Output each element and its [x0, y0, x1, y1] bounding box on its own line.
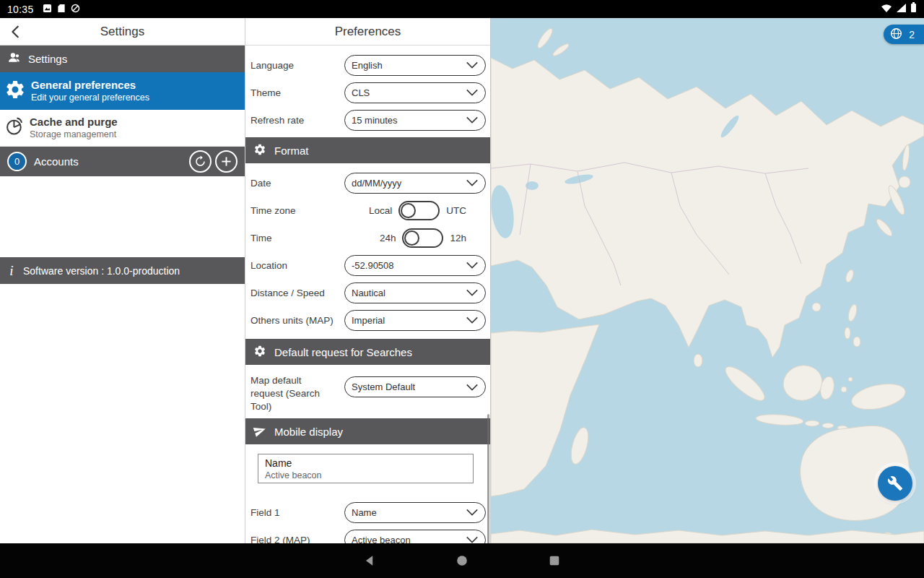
settings-header: Settings [0, 18, 245, 46]
settings-panel: Settings Settings General preferences Ed… [0, 18, 245, 543]
others-units-label: Others units (MAP) [250, 315, 336, 326]
chevron-down-icon [466, 261, 479, 269]
add-account-button[interactable] [215, 150, 237, 173]
time-right-option: 12h [450, 233, 466, 243]
pref-row-language: Language English [250, 51, 486, 79]
wrench-icon [887, 475, 903, 491]
location-label: Location [250, 260, 290, 271]
accounts-bar: 0 Accounts [0, 147, 245, 176]
menu-item-subtitle: Storage management [30, 129, 118, 140]
preview-title: Name [265, 457, 466, 470]
format-section-label: Format [274, 144, 309, 157]
field1-select[interactable]: Name [344, 502, 486, 523]
format-section-bar: Format [245, 137, 490, 163]
globe-icon [890, 27, 902, 42]
default-request-section-label: Default request for Searches [274, 346, 412, 358]
time-format-toggle[interactable] [402, 228, 443, 248]
theme-select[interactable]: CLS [344, 82, 486, 103]
refresh-accounts-button[interactable] [189, 150, 212, 173]
preferences-header: Preferences [245, 18, 490, 46]
time-label: Time [250, 233, 275, 243]
date-label: Date [250, 178, 274, 189]
distance-speed-select[interactable]: Nautical [344, 282, 486, 303]
preferences-title: Preferences [335, 25, 401, 39]
nav-recents-icon [547, 553, 562, 568]
chevron-down-icon [466, 535, 479, 543]
signal-icon [896, 3, 907, 16]
toggle-knob [404, 230, 419, 246]
accounts-label: Accounts [34, 155, 79, 168]
nav-recents-button[interactable] [546, 552, 563, 569]
gear-icon [253, 345, 266, 360]
send-icon [253, 424, 266, 439]
screenshot-icon [43, 3, 52, 16]
world-map[interactable] [491, 18, 924, 543]
pie-chart-icon [4, 116, 25, 139]
language-select[interactable]: English [344, 55, 486, 76]
android-nav-bar [0, 543, 924, 578]
others-units-select[interactable]: Imperial [344, 310, 486, 331]
status-time: 10:35 [7, 4, 34, 15]
nav-back-icon [362, 553, 377, 568]
map-default-request-select[interactable]: System Default [344, 376, 486, 397]
field2-select[interactable]: Active beacon [344, 530, 486, 544]
pref-row-field2: Field 2 (MAP) Active beacon [250, 526, 486, 543]
language-label: Language [250, 60, 297, 71]
field1-label: Field 1 [250, 507, 283, 518]
settings-section-bar: Settings [0, 46, 245, 72]
chevron-down-icon [466, 178, 479, 187]
pref-row-field1: Field 1 Name [250, 499, 486, 526]
settings-panel-spacer [0, 176, 245, 257]
menu-item-subtitle: Edit your general preferences [31, 92, 149, 103]
gear-icon [253, 143, 266, 158]
sd-card-icon [57, 3, 66, 16]
chevron-down-icon [466, 116, 479, 124]
pref-row-distance-speed: Distance / Speed Nautical [250, 279, 486, 306]
preview-subtitle: Active beacon [265, 470, 466, 480]
pref-row-others-units: Others units (MAP) Imperial [250, 306, 486, 334]
nav-back-button[interactable] [361, 552, 378, 569]
settings-section-label: Settings [28, 53, 67, 65]
time-zone-toggle[interactable] [398, 201, 440, 220]
battery-icon [910, 2, 917, 16]
plus-icon [221, 156, 232, 167]
pref-row-time-zone: Time zone Local UTC [250, 197, 486, 224]
pref-row-location: Location -52.90508 [250, 251, 486, 279]
theme-label: Theme [250, 87, 284, 98]
map-panel[interactable]: 2 [491, 18, 924, 543]
nav-home-button[interactable] [453, 552, 471, 569]
mobile-display-section-label: Mobile display [274, 426, 343, 438]
chevron-down-icon [466, 288, 479, 297]
location-format-select[interactable]: -52.90508 [344, 255, 486, 276]
menu-item-title: General preferences [31, 79, 149, 92]
distance-speed-label: Distance / Speed [250, 288, 328, 298]
refresh-rate-label: Refresh rate [250, 115, 307, 126]
wifi-icon [881, 3, 892, 16]
contacts-icon [7, 51, 21, 67]
back-button[interactable] [6, 22, 26, 42]
mobile-display-section-bar: Mobile display [245, 418, 490, 444]
software-version-bar: i Software version : 1.0.0-production [0, 257, 245, 284]
chevron-down-icon [466, 61, 479, 69]
refresh-rate-select[interactable]: 15 minutes [344, 110, 486, 131]
software-version-text: Software version : 1.0.0-production [23, 265, 180, 277]
map-layers-badge[interactable]: 2 [884, 25, 924, 44]
back-arrow-icon [8, 24, 24, 40]
pref-row-map-default-request: Map default request (Search Tool) System… [250, 371, 486, 417]
chevron-down-icon [466, 88, 479, 97]
menu-item-cache-and-purge[interactable]: Cache and purge Storage management [0, 110, 245, 147]
scrollbar-thumb[interactable] [487, 414, 489, 543]
menu-item-title: Cache and purge [30, 116, 118, 129]
time-zone-label: Time zone [250, 205, 299, 216]
beacon-preview-box: Name Active beacon [258, 454, 474, 483]
toggle-knob [401, 203, 416, 218]
menu-item-general-preferences[interactable]: General preferences Edit your general pr… [0, 72, 245, 110]
settings-panel-title: Settings [100, 25, 144, 39]
date-format-select[interactable]: dd/MM/yyyy [344, 173, 486, 194]
time-left-option: 24h [380, 233, 396, 243]
preferences-panel: Preferences Language English Theme CLS R… [245, 18, 491, 543]
time-zone-right-option: UTC [446, 205, 466, 216]
map-tools-fab[interactable] [878, 466, 912, 501]
app-screen: 10:35 Settings Settings General prefe [0, 0, 924, 578]
pref-row-time: Time 24h 12h [250, 224, 486, 251]
